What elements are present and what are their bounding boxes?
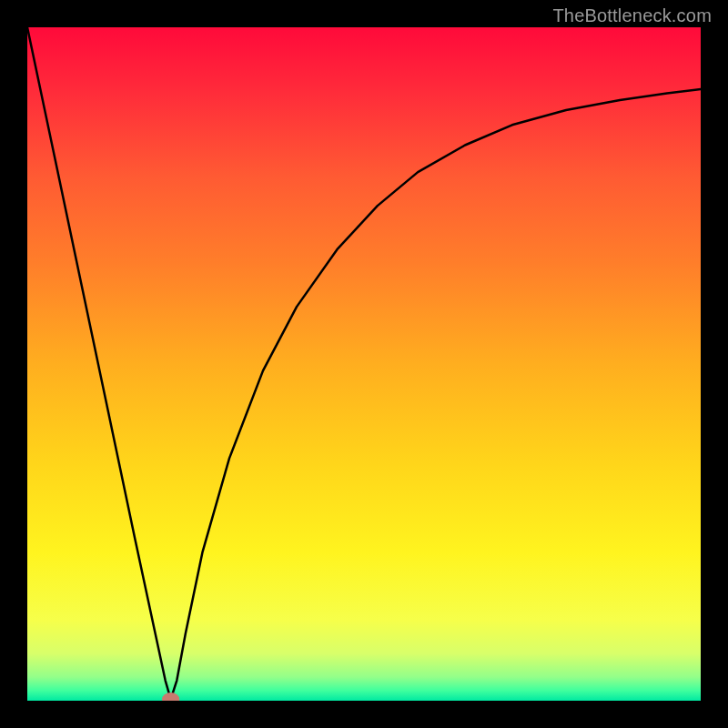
watermark-label: TheBottleneck.com — [552, 5, 712, 26]
gradient-background — [27, 27, 701, 701]
bottleneck-chart — [27, 27, 701, 701]
plot-area — [27, 27, 701, 701]
chart-frame: TheBottleneck.com — [0, 0, 728, 728]
